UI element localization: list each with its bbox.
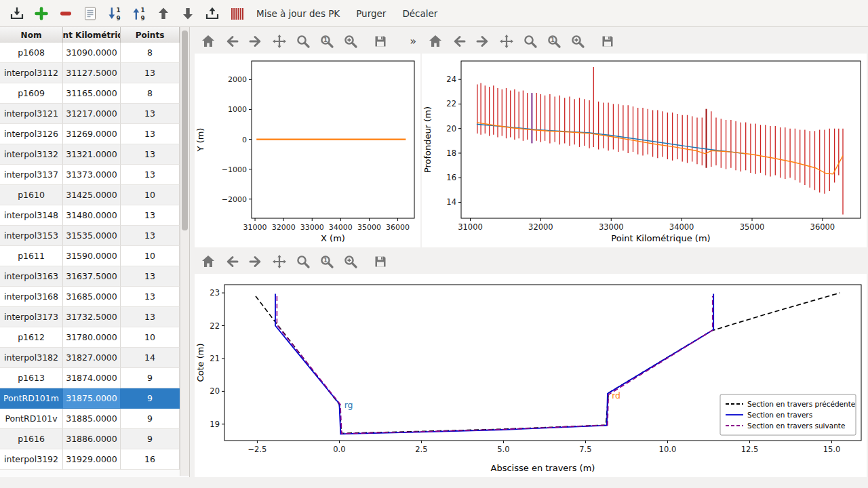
table-row[interactable]: interpol315331535.000013 — [0, 226, 180, 246]
table-row[interactable]: interpol313731373.000013 — [0, 165, 180, 185]
zoom-icon — [522, 33, 538, 49]
update-pk-button[interactable]: Mise à jour des PK — [249, 2, 347, 25]
svg-text:1: 1 — [140, 6, 144, 13]
home-icon — [427, 33, 443, 49]
table-row[interactable]: interpol312131217.000013 — [0, 104, 180, 124]
status-bar — [0, 477, 868, 488]
xy-zoom-button[interactable] — [294, 32, 313, 51]
table-row[interactable]: interpol314831480.000013 — [0, 205, 180, 226]
profile-zoom-button[interactable] — [521, 32, 540, 51]
cell-points: 10 — [121, 327, 180, 348]
table-row[interactable]: interpol317331732.500013 — [0, 307, 180, 327]
table-row[interactable]: PontRD101m31875.00009 — [0, 388, 180, 409]
purge-button[interactable]: Purger — [349, 2, 393, 25]
toolbar-weir-button[interactable] — [225, 2, 248, 24]
cross-home-button[interactable] — [199, 252, 218, 271]
toolbar-edit-button[interactable] — [79, 2, 101, 24]
cell-pk: 31590.0000 — [63, 246, 121, 266]
svg-text:36000: 36000 — [386, 223, 410, 232]
cross-zoom-button[interactable] — [294, 252, 313, 271]
column-header-pk[interactable]: Point Kilométrique — [63, 27, 121, 43]
xy-zoom-plus-button[interactable] — [341, 32, 360, 51]
svg-text:33000: 33000 — [599, 222, 624, 232]
profile-zoom-plus-button[interactable] — [568, 32, 587, 51]
svg-text:34000: 34000 — [669, 222, 694, 232]
cross-zoom-plus-button[interactable] — [341, 252, 360, 271]
cell-points: 9 — [121, 368, 180, 388]
pan-icon — [271, 253, 288, 270]
column-header-points[interactable]: Points — [121, 27, 180, 43]
toolbar-overflow[interactable]: » — [410, 35, 416, 47]
cell-pk: 31874.0000 — [63, 368, 121, 388]
cross-forward-button[interactable] — [246, 252, 265, 271]
cell-nom: interpol3137 — [0, 165, 63, 185]
profile-plot[interactable]: 3100032000330003400035000360001416182022… — [422, 54, 867, 247]
toolbar-move-up-button[interactable] — [152, 2, 174, 24]
xy-plot[interactable]: 310003200033000340003500036000200010000−… — [195, 54, 420, 247]
profile-home-button[interactable] — [426, 32, 445, 51]
svg-text:35000: 35000 — [740, 222, 765, 232]
xy-pan-button[interactable] — [270, 32, 289, 51]
back-icon — [451, 33, 467, 49]
xy-plot-toolbar: 1 » — [195, 28, 420, 54]
pan-icon — [271, 33, 288, 49]
column-header-nom[interactable]: Nom — [0, 27, 63, 43]
cell-nom: interpol3182 — [0, 348, 63, 368]
cross-section-plot[interactable]: −2.50.02.55.07.510.012.515.01920212223rg… — [195, 274, 867, 477]
table-row[interactable]: interpol319231929.000016 — [0, 449, 180, 470]
table-scrollbar[interactable] — [180, 27, 189, 476]
table-row[interactable]: p161331874.00009 — [0, 368, 180, 388]
svg-text:22: 22 — [210, 321, 220, 331]
toolbar-sort-ascending-button[interactable]: 19 — [127, 2, 150, 24]
cross-save-button[interactable] — [371, 252, 390, 271]
table-row[interactable]: interpol316331637.500013 — [0, 266, 180, 287]
xy-forward-button[interactable] — [246, 32, 265, 51]
table-row[interactable]: interpol316831685.000013 — [0, 287, 180, 307]
cross-back-button[interactable] — [222, 252, 241, 271]
cell-nom: interpol3153 — [0, 226, 63, 246]
profile-forward-button[interactable] — [473, 32, 492, 51]
xy-save-button[interactable] — [371, 32, 390, 51]
cell-pk: 31535.0000 — [63, 226, 121, 246]
table-row[interactable]: interpol313231321.000013 — [0, 144, 180, 165]
cross-section-plot-toolbar: 1 — [195, 249, 867, 274]
profile-save-button[interactable] — [598, 32, 617, 51]
toolbar-add-button[interactable] — [30, 2, 52, 24]
table-row[interactable]: interpol311231127.500013 — [0, 63, 180, 83]
table-row[interactable]: p160931165.00008 — [0, 83, 180, 104]
xy-home-button[interactable] — [199, 32, 218, 51]
cell-pk: 31127.5000 — [63, 63, 121, 83]
table-row[interactable]: interpol312631269.000013 — [0, 124, 180, 144]
table-row[interactable]: interpol318231827.000014 — [0, 348, 180, 368]
xy-zoom-one-button[interactable]: 1 — [317, 32, 336, 51]
svg-text:2000: 2000 — [228, 75, 247, 84]
table-scrollbar-thumb[interactable] — [182, 30, 188, 230]
cell-points: 10 — [121, 246, 180, 266]
cell-pk: 31780.0000 — [63, 327, 121, 348]
toolbar-remove-button[interactable] — [54, 2, 77, 24]
profile-pan-button[interactable] — [497, 32, 516, 51]
toolbar-move-down-button[interactable] — [176, 2, 199, 24]
table-row[interactable]: p160831090.00008 — [0, 43, 180, 63]
cross-zoom-one-button[interactable]: 1 — [317, 252, 336, 271]
cell-pk: 31875.0000 — [63, 388, 121, 409]
shift-button[interactable]: Décaler — [395, 2, 445, 25]
cell-pk: 31827.0000 — [63, 348, 121, 368]
table-row[interactable]: p161231780.000010 — [0, 327, 180, 348]
table-row[interactable]: p161031425.000010 — [0, 185, 180, 205]
zoom-icon — [295, 33, 311, 49]
table-row[interactable]: p161131590.000010 — [0, 246, 180, 266]
cross-pan-button[interactable] — [270, 252, 289, 271]
cell-nom: interpol3121 — [0, 104, 63, 124]
table-row[interactable]: PontRD101v31885.00009 — [0, 409, 180, 429]
table-row[interactable]: p161631886.00009 — [0, 429, 180, 449]
toolbar-sort-descending-button[interactable]: 19 — [103, 2, 125, 24]
cell-points: 13 — [121, 165, 180, 185]
profile-zoom-one-button[interactable]: 1 — [545, 32, 564, 51]
profile-back-button[interactable] — [450, 32, 469, 51]
toolbar-import-button[interactable] — [5, 2, 28, 24]
toolbar-export-button[interactable] — [201, 2, 223, 24]
svg-text:15.0: 15.0 — [823, 445, 841, 454]
xy-back-button[interactable] — [222, 32, 241, 51]
svg-text:18: 18 — [446, 148, 456, 158]
